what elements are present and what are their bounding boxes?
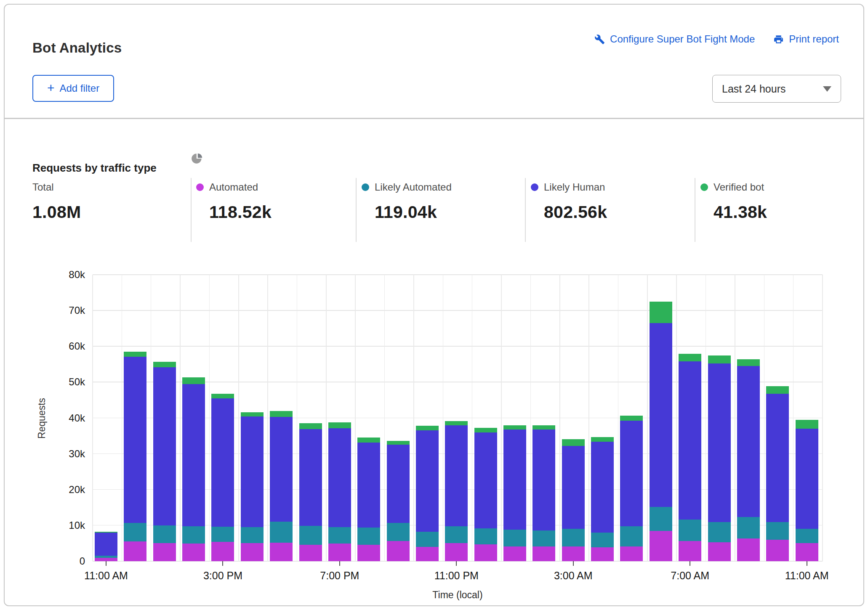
bar-segment-automated[interactable] [299, 545, 322, 561]
bar-segment-verified-bot[interactable] [328, 422, 351, 428]
bar-segment-verified-bot[interactable] [182, 377, 205, 384]
bar-segment-likely-human[interactable] [766, 394, 789, 522]
bar-segment-likely-human[interactable] [241, 416, 264, 527]
bar-segment-likely-automated[interactable] [620, 526, 643, 546]
bar-segment-likely-human[interactable] [796, 429, 818, 528]
bar-segment-automated[interactable] [562, 546, 585, 561]
bar-segment-likely-human[interactable] [270, 417, 293, 522]
configure-super-bot-fight-mode-link[interactable]: Configure Super Bot Fight Mode [594, 33, 755, 45]
bar-segment-likely-human[interactable] [533, 430, 555, 530]
bar-segment-likely-automated[interactable] [328, 527, 351, 544]
bar-segment-verified-bot[interactable] [766, 386, 789, 394]
bar-segment-likely-automated[interactable] [591, 533, 614, 547]
bar-segment-likely-human[interactable] [416, 430, 439, 532]
bar-segment-likely-automated[interactable] [182, 526, 205, 544]
bar-segment-likely-human[interactable] [679, 361, 701, 520]
bar-column[interactable] [182, 377, 205, 561]
bar-segment-automated[interactable] [766, 540, 789, 561]
bar-segment-verified-bot[interactable] [241, 412, 264, 416]
bar-segment-likely-automated[interactable] [416, 532, 439, 547]
bar-segment-likely-human[interactable] [562, 446, 585, 529]
bar-segment-verified-bot[interactable] [299, 423, 322, 429]
bar-segment-automated[interactable] [357, 545, 380, 561]
bar-column[interactable] [124, 352, 146, 561]
bar-segment-likely-automated[interactable] [474, 528, 497, 544]
bar-segment-likely-automated[interactable] [766, 522, 789, 540]
bar-column[interactable] [328, 422, 351, 561]
bar-column[interactable] [796, 420, 818, 561]
bar-segment-automated[interactable] [387, 541, 410, 561]
bar-segment-verified-bot[interactable] [737, 359, 760, 366]
bar-segment-verified-bot[interactable] [445, 421, 468, 425]
print-report-link[interactable]: Print report [773, 33, 839, 45]
bar-column[interactable] [620, 416, 643, 561]
bar-column[interactable] [708, 355, 731, 561]
bar-segment-automated[interactable] [679, 541, 701, 561]
bar-segment-verified-bot[interactable] [562, 439, 585, 446]
bar-segment-likely-automated[interactable] [708, 522, 731, 542]
bar-column[interactable] [211, 394, 234, 561]
bar-segment-automated[interactable] [650, 531, 672, 561]
bar-segment-automated[interactable] [416, 547, 439, 561]
bar-segment-automated[interactable] [445, 543, 468, 561]
bar-segment-likely-human[interactable] [328, 428, 351, 527]
bar-column[interactable] [766, 386, 789, 561]
bar-segment-likely-automated[interactable] [211, 527, 234, 542]
bar-segment-likely-automated[interactable] [241, 527, 264, 543]
bar-segment-automated[interactable] [708, 542, 731, 561]
bar-segment-automated[interactable] [328, 544, 351, 561]
bar-segment-automated[interactable] [153, 543, 176, 561]
bar-segment-verified-bot[interactable] [153, 362, 176, 367]
bar-segment-likely-human[interactable] [124, 357, 146, 523]
bar-segment-automated[interactable] [95, 558, 117, 562]
bar-segment-likely-human[interactable] [591, 442, 614, 533]
bar-segment-likely-human[interactable] [299, 429, 322, 526]
bar-segment-verified-bot[interactable] [620, 416, 643, 421]
bar-column[interactable] [153, 362, 176, 561]
bar-segment-verified-bot[interactable] [211, 394, 234, 398]
bar-column[interactable] [562, 439, 585, 561]
bar-column[interactable] [591, 437, 614, 561]
bar-segment-likely-automated[interactable] [357, 528, 380, 545]
bar-segment-automated[interactable] [211, 542, 234, 561]
bar-segment-verified-bot[interactable] [474, 428, 497, 432]
bar-segment-verified-bot[interactable] [124, 352, 146, 357]
bar-segment-likely-human[interactable] [474, 432, 497, 528]
bar-segment-verified-bot[interactable] [503, 425, 526, 429]
bar-segment-likely-human[interactable] [153, 367, 176, 525]
bar-segment-likely-automated[interactable] [503, 530, 526, 546]
bar-segment-verified-bot[interactable] [591, 437, 614, 442]
bar-segment-verified-bot[interactable] [387, 441, 410, 445]
bar-column[interactable] [241, 412, 264, 561]
bar-segment-verified-bot[interactable] [270, 411, 293, 417]
bar-column[interactable] [474, 428, 497, 561]
bar-column[interactable] [299, 423, 322, 561]
bar-segment-verified-bot[interactable] [796, 420, 818, 429]
bar-segment-verified-bot[interactable] [679, 354, 701, 361]
bar-segment-likely-human[interactable] [211, 398, 234, 527]
bar-segment-likely-automated[interactable] [737, 517, 760, 538]
bar-segment-likely-automated[interactable] [562, 529, 585, 547]
bar-segment-likely-automated[interactable] [153, 525, 176, 544]
bar-segment-likely-automated[interactable] [270, 522, 293, 543]
bar-column[interactable] [679, 354, 701, 561]
bar-column[interactable] [95, 532, 117, 561]
bar-segment-verified-bot[interactable] [533, 425, 555, 430]
bar-segment-likely-human[interactable] [387, 445, 410, 523]
bar-segment-automated[interactable] [503, 546, 526, 561]
bar-segment-likely-human[interactable] [620, 421, 643, 526]
bar-segment-likely-automated[interactable] [679, 520, 701, 541]
bar-segment-likely-human[interactable] [737, 366, 760, 517]
bar-segment-automated[interactable] [270, 543, 293, 561]
time-range-select[interactable]: Last 24 hours [712, 75, 841, 103]
bar-segment-automated[interactable] [796, 543, 818, 561]
bar-column[interactable] [445, 421, 468, 561]
bar-column[interactable] [533, 425, 555, 561]
bar-segment-likely-automated[interactable] [650, 507, 672, 531]
bar-column[interactable] [650, 302, 672, 561]
bar-segment-automated[interactable] [533, 546, 555, 561]
bar-segment-verified-bot[interactable] [708, 355, 731, 363]
bar-segment-likely-automated[interactable] [445, 526, 468, 543]
bar-segment-likely-human[interactable] [95, 533, 117, 556]
bar-segment-likely-human[interactable] [445, 425, 468, 527]
